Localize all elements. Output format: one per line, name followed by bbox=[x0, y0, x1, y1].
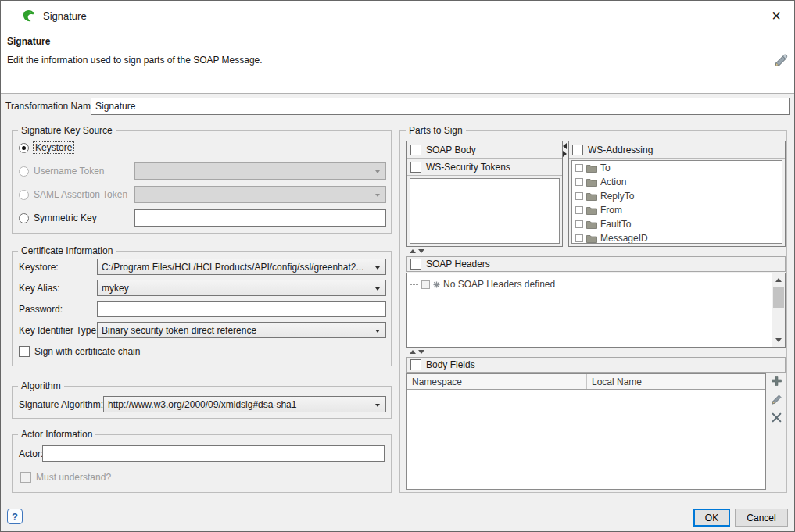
group-signature-key-source: Signature Key Source Keystore Username T… bbox=[12, 130, 392, 234]
keystore-combo[interactable]: C:/Program Files/HCL/HCLProducts/API/con… bbox=[97, 259, 386, 275]
soap-headers-row[interactable]: SOAP Headers bbox=[406, 256, 786, 272]
group-parts-to-sign: Parts to Sign SOAP Body WS-Security Toke… bbox=[399, 130, 787, 493]
actor-label: Actor: bbox=[19, 445, 43, 462]
password-label: Password: bbox=[19, 301, 63, 317]
key-identifier-type-combo[interactable]: Binary security token direct reference bbox=[97, 322, 386, 338]
horizontal-splitter[interactable] bbox=[410, 249, 424, 253]
horizontal-splitter[interactable] bbox=[410, 350, 424, 354]
keystore-radio[interactable] bbox=[19, 143, 29, 153]
list-item-faultto[interactable]: FaultTo bbox=[572, 217, 782, 231]
signature-algorithm-combo-value: http://www.w3.org/2000/09/xmldsig#dsa-sh… bbox=[108, 399, 296, 410]
signature-algorithm-combo[interactable]: http://www.w3.org/2000/09/xmldsig#dsa-sh… bbox=[103, 396, 386, 412]
ws-security-tokens-checkbox[interactable] bbox=[410, 162, 421, 173]
soap-headers-label: SOAP Headers bbox=[426, 259, 490, 270]
item-checkbox[interactable] bbox=[575, 234, 583, 242]
table-header: Namespace Local Name bbox=[407, 374, 765, 390]
sign-chain-row[interactable]: Sign with certificate chain bbox=[19, 345, 140, 359]
close-icon[interactable]: × bbox=[768, 7, 785, 24]
soap-headers-checkbox[interactable] bbox=[410, 259, 421, 270]
radio-row-keystore[interactable]: Keystore bbox=[19, 139, 73, 156]
group-title: Parts to Sign bbox=[406, 125, 466, 136]
body-fields-toolbar bbox=[768, 375, 785, 423]
ws-addressing-row[interactable]: WS-Addressing bbox=[569, 141, 785, 159]
item-checkbox[interactable] bbox=[575, 206, 583, 214]
radio-row-username-token[interactable]: Username Token bbox=[19, 162, 105, 180]
username-token-combo bbox=[134, 162, 386, 180]
vertical-scrollbar[interactable] bbox=[772, 273, 785, 347]
must-understand-label: Must understand? bbox=[36, 472, 111, 483]
table-body[interactable] bbox=[407, 390, 765, 489]
scrollbar-thumb[interactable] bbox=[773, 287, 784, 308]
scroll-up-icon[interactable] bbox=[772, 273, 785, 287]
vertical-splitter[interactable] bbox=[563, 143, 567, 157]
ok-button[interactable]: OK bbox=[693, 509, 730, 527]
radio-row-symmetric-key[interactable]: Symmetric Key bbox=[19, 209, 97, 227]
key-alias-combo[interactable]: mykey bbox=[97, 280, 386, 296]
sign-chain-checkbox[interactable] bbox=[19, 346, 30, 357]
splitter-up-arrow-icon[interactable] bbox=[410, 350, 416, 354]
sign-chain-label: Sign with certificate chain bbox=[34, 346, 140, 357]
edit-pencil-icon[interactable] bbox=[772, 54, 788, 70]
ws-addressing-list: To Action ReplyTo From bbox=[571, 160, 782, 244]
saml-token-combo bbox=[134, 186, 386, 203]
signature-algorithm-label: Signature Algorithm: bbox=[19, 396, 103, 412]
list-item-replyto[interactable]: ReplyTo bbox=[572, 189, 782, 203]
help-icon[interactable]: ? bbox=[7, 509, 23, 524]
key-identifier-combo-value: Binary security token direct reference bbox=[102, 325, 256, 336]
username-token-radio bbox=[19, 166, 29, 177]
password-input[interactable] bbox=[97, 301, 386, 317]
group-title: Algorithm bbox=[18, 380, 64, 391]
tree-node-label: No SOAP Headers defined bbox=[443, 279, 555, 290]
splitter-right-arrow-icon[interactable] bbox=[563, 151, 567, 157]
saml-token-radio bbox=[19, 190, 29, 200]
header-description: Edit the information used to sign parts … bbox=[7, 55, 263, 66]
item-label: To bbox=[600, 162, 611, 173]
item-label: ReplyTo bbox=[600, 191, 634, 202]
splitter-down-arrow-icon[interactable] bbox=[418, 249, 424, 253]
keystore-radio-label: Keystore bbox=[34, 142, 73, 153]
list-item-to[interactable]: To bbox=[572, 161, 782, 175]
item-checkbox[interactable] bbox=[575, 192, 583, 200]
symmetric-key-radio[interactable] bbox=[19, 213, 29, 223]
splitter-left-arrow-icon[interactable] bbox=[563, 143, 567, 149]
header-title: Signature bbox=[7, 36, 50, 47]
group-algorithm: Algorithm Signature Algorithm: http://ww… bbox=[12, 386, 392, 419]
column-header-namespace[interactable]: Namespace bbox=[407, 374, 587, 389]
keystore-label: Keystore: bbox=[19, 259, 59, 275]
folder-icon bbox=[586, 206, 597, 215]
ws-security-tokens-list[interactable] bbox=[410, 178, 560, 244]
item-checkbox[interactable] bbox=[575, 164, 583, 172]
transformation-name-input[interactable] bbox=[91, 98, 790, 115]
item-checkbox[interactable] bbox=[575, 220, 583, 228]
ws-addressing-checkbox[interactable] bbox=[572, 145, 583, 155]
folder-icon bbox=[586, 234, 597, 243]
ws-security-tokens-row[interactable]: WS-Security Tokens bbox=[407, 159, 562, 176]
list-item-messageid[interactable]: MessageID bbox=[572, 231, 782, 244]
soap-body-checkbox[interactable] bbox=[410, 145, 421, 155]
actor-input[interactable] bbox=[42, 445, 385, 462]
list-item-action[interactable]: Action bbox=[572, 175, 782, 189]
symmetric-key-radio-label: Symmetric Key bbox=[34, 212, 97, 223]
body-fields-row[interactable]: Body Fields bbox=[406, 357, 786, 373]
key-alias-combo-value: mykey bbox=[102, 283, 129, 294]
tree-node-empty[interactable]: No SOAP Headers defined bbox=[410, 279, 555, 290]
radio-row-saml-token[interactable]: SAML Assertion Token bbox=[19, 186, 127, 203]
soap-headers-tree: No SOAP Headers defined bbox=[406, 273, 786, 348]
add-icon[interactable] bbox=[771, 375, 782, 387]
soap-body-row[interactable]: SOAP Body bbox=[407, 141, 562, 159]
splitter-down-arrow-icon[interactable] bbox=[418, 350, 424, 354]
body-fields-checkbox[interactable] bbox=[410, 359, 421, 370]
scroll-down-icon[interactable] bbox=[772, 334, 785, 347]
delete-icon[interactable] bbox=[772, 412, 782, 423]
column-header-local-name[interactable]: Local Name bbox=[587, 374, 642, 389]
edit-icon[interactable] bbox=[771, 394, 782, 405]
group-title: Signature Key Source bbox=[18, 125, 116, 136]
list-item-from[interactable]: From bbox=[572, 203, 782, 217]
group-actor-information: Actor Information Actor: Must understand… bbox=[12, 434, 392, 493]
ws-addressing-label: WS-Addressing bbox=[588, 145, 653, 155]
key-alias-label: Key Alias: bbox=[19, 280, 60, 296]
cancel-button[interactable]: Cancel bbox=[735, 509, 788, 527]
symmetric-key-input[interactable] bbox=[134, 209, 386, 227]
item-checkbox[interactable] bbox=[575, 178, 583, 186]
splitter-up-arrow-icon[interactable] bbox=[410, 249, 416, 253]
